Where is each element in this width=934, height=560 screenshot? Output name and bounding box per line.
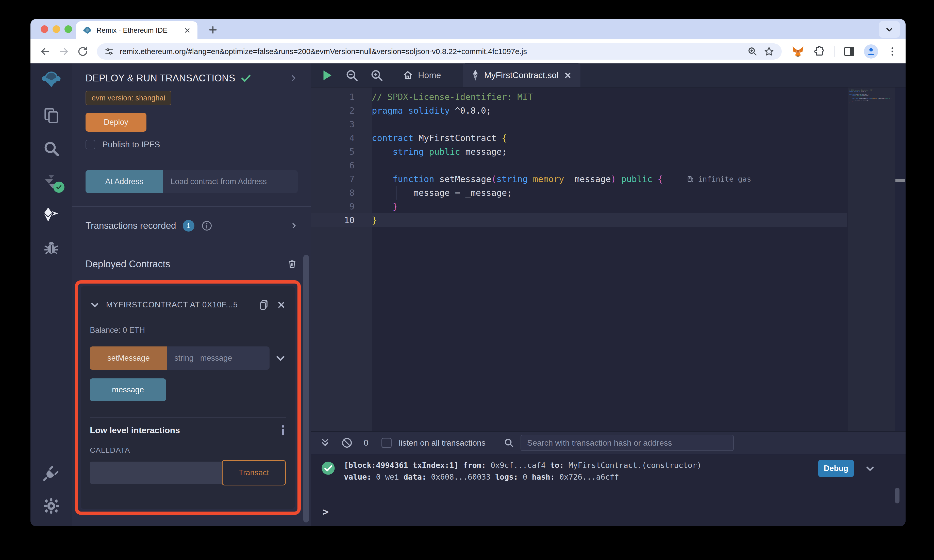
reload-icon[interactable] xyxy=(76,45,90,58)
browser-tab[interactable]: Remix - Ethereum IDE xyxy=(76,21,197,39)
deploy-button[interactable]: Deploy xyxy=(86,113,146,132)
zoom-out-icon[interactable] xyxy=(343,66,361,84)
code-line[interactable]: 7 function setMessage(string memory _mes… xyxy=(311,172,847,186)
url-text[interactable]: remix.ethereum.org/#lang=en&optimize=fal… xyxy=(120,47,741,56)
terminal-scrollbar-thumb[interactable] xyxy=(895,488,900,503)
clear-console-icon[interactable] xyxy=(341,437,353,449)
solidity-file-icon xyxy=(472,70,479,81)
toolbar-right xyxy=(791,45,898,58)
code-line[interactable]: 10} xyxy=(311,213,847,227)
contract-close-icon[interactable] xyxy=(277,300,286,309)
panel-pin-chevron-icon[interactable] xyxy=(289,74,298,82)
deploy-panel: DEPLOY & RUN TRANSACTIONS evm version: s… xyxy=(72,63,311,526)
zoom-in-icon[interactable] xyxy=(368,66,385,84)
code-line[interactable]: 2pragma solidity ^0.8.0; xyxy=(311,104,847,117)
message-button[interactable]: message xyxy=(90,378,166,401)
publish-ipfs-label: Publish to IPFS xyxy=(102,140,160,149)
panel-scrollbar[interactable] xyxy=(303,255,309,523)
run-script-play-icon[interactable] xyxy=(318,66,336,84)
profile-avatar[interactable] xyxy=(864,45,878,58)
set-message-button[interactable]: setMessage xyxy=(90,346,167,370)
terminal-search-input[interactable] xyxy=(521,435,734,451)
debug-button[interactable]: Debug xyxy=(818,460,854,477)
close-window-button[interactable] xyxy=(41,25,48,33)
minimap-column[interactable] xyxy=(848,88,895,431)
code-line[interactable]: 4contract MyFirstContract { xyxy=(311,131,847,145)
minimap[interactable]: // SPDX-License-Identifier: MITpragma so… xyxy=(849,89,893,103)
tx-log-entry[interactable]: [block:4994361 txIndex:1] from: 0x9cf...… xyxy=(344,460,701,526)
url-bar[interactable]: remix.ethereum.org/#lang=en&optimize=fal… xyxy=(97,43,782,60)
forward-icon[interactable] xyxy=(57,45,71,58)
code-line[interactable]: 3 xyxy=(311,117,847,131)
deployed-contracts-header: Deployed Contracts xyxy=(86,258,298,269)
contract-header-row[interactable]: MYFIRSTCONTRACT AT 0X10F...5 xyxy=(90,299,286,311)
back-icon[interactable] xyxy=(38,45,52,58)
solidity-compiler-icon[interactable] xyxy=(41,171,62,192)
site-settings-icon[interactable] xyxy=(104,46,114,57)
panel-divider-2 xyxy=(72,245,311,245)
editor-scrollbar-thumb[interactable] xyxy=(895,179,905,182)
set-message-input[interactable] xyxy=(167,346,270,370)
plugin-manager-icon[interactable] xyxy=(41,463,62,483)
zoom-page-icon[interactable] xyxy=(747,46,758,57)
metamask-extension-icon[interactable] xyxy=(791,45,805,58)
maximize-window-button[interactable] xyxy=(65,25,72,33)
settings-gear-icon[interactable] xyxy=(41,496,62,516)
copy-address-icon[interactable] xyxy=(258,299,270,311)
trash-icon[interactable] xyxy=(287,258,298,269)
tab-home[interactable]: Home xyxy=(396,63,447,87)
debugger-icon[interactable] xyxy=(41,237,62,258)
tutorial-highlight-box: MYFIRSTCONTRACT AT 0X10F...5 Balance: 0 … xyxy=(75,280,301,515)
deploy-run-icon[interactable] xyxy=(41,205,62,225)
extensions-puzzle-icon[interactable] xyxy=(813,45,825,58)
listen-label: listen on all transactions xyxy=(399,438,485,448)
code-line[interactable]: 6 xyxy=(311,158,847,172)
low-level-info-icon[interactable] xyxy=(280,425,286,436)
expand-args-chevron-icon[interactable] xyxy=(275,353,286,363)
browser-toolbar: remix.ethereum.org/#lang=en&optimize=fal… xyxy=(31,39,906,63)
remix-app: DEPLOY & RUN TRANSACTIONS evm version: s… xyxy=(31,63,906,526)
at-address-input[interactable] xyxy=(163,170,298,193)
terminal-search-icon xyxy=(503,437,515,448)
panel-check-icon xyxy=(240,72,251,84)
transactions-recorded-label: Transactions recorded xyxy=(86,220,176,231)
code-line[interactable]: 5 string public message; xyxy=(311,145,847,158)
card-divider xyxy=(90,417,286,418)
listen-checkbox[interactable] xyxy=(381,438,391,448)
tab-file-active[interactable]: MyFirstContract.sol xyxy=(463,63,581,87)
code-line[interactable]: 8 message = _message; xyxy=(311,186,847,200)
calldata-input[interactable] xyxy=(90,462,222,484)
terminal-collapse-icon[interactable] xyxy=(320,438,330,448)
panel-title: DEPLOY & RUN TRANSACTIONS xyxy=(86,73,235,84)
log-expand-chevron-icon[interactable] xyxy=(865,463,875,474)
toolbar-divider xyxy=(834,46,834,57)
side-panel-icon[interactable] xyxy=(843,45,855,58)
code-line[interactable]: 9 } xyxy=(311,200,847,213)
tab-file-close-icon[interactable] xyxy=(564,71,572,79)
minimize-window-button[interactable] xyxy=(52,25,60,33)
bookmark-star-icon[interactable] xyxy=(763,46,775,57)
code-line[interactable]: 1// SPDX-License-Identifier: MIT xyxy=(311,90,847,104)
editor-scrollbar-lane[interactable] xyxy=(895,88,906,431)
tab-search-button[interactable] xyxy=(879,21,900,38)
at-address-button[interactable]: At Address xyxy=(86,170,163,193)
menu-dots-icon[interactable] xyxy=(887,46,898,57)
at-address-row: At Address xyxy=(86,170,298,193)
low-level-title: Low level interactions xyxy=(90,425,280,435)
contract-collapse-chevron-icon[interactable] xyxy=(90,300,100,310)
publish-ipfs-checkbox[interactable] xyxy=(86,140,95,149)
panel-header: DEPLOY & RUN TRANSACTIONS xyxy=(86,72,298,84)
terminal-log[interactable]: [block:4994361 txIndex:1] from: 0x9cf...… xyxy=(311,454,906,526)
transactions-info-icon[interactable] xyxy=(201,220,213,232)
terminal-prompt[interactable]: > xyxy=(322,506,329,518)
traffic-lights xyxy=(41,25,72,33)
transact-button[interactable]: Transact xyxy=(222,460,286,485)
tab-close-icon[interactable] xyxy=(184,27,191,34)
search-icon[interactable] xyxy=(41,138,62,159)
new-tab-button[interactable] xyxy=(206,23,220,37)
panel-divider xyxy=(72,206,311,207)
file-explorer-icon[interactable] xyxy=(41,106,62,126)
remix-logo-icon[interactable] xyxy=(41,69,62,89)
transactions-expand-chevron-icon[interactable] xyxy=(290,222,298,229)
code-editor[interactable]: 1// SPDX-License-Identifier: MIT2pragma … xyxy=(311,88,906,431)
